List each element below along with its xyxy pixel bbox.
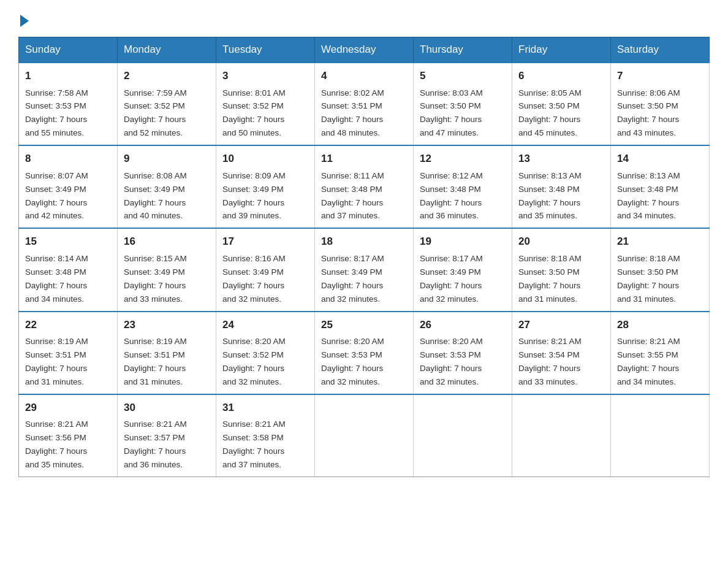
day-info: Sunrise: 8:01 AMSunset: 3:52 PMDaylight:… xyxy=(222,88,286,138)
calendar-cell: 3 Sunrise: 8:01 AMSunset: 3:52 PMDayligh… xyxy=(216,63,315,145)
day-number: 14 xyxy=(617,151,703,167)
day-info: Sunrise: 8:07 AMSunset: 3:49 PMDaylight:… xyxy=(25,171,88,221)
day-number: 26 xyxy=(420,317,506,333)
day-info: Sunrise: 8:03 AMSunset: 3:50 PMDaylight:… xyxy=(420,88,483,138)
calendar-cell: 30 Sunrise: 8:21 AMSunset: 3:57 PMDaylig… xyxy=(118,394,216,477)
day-number: 4 xyxy=(321,68,407,84)
calendar-cell: 18 Sunrise: 8:17 AMSunset: 3:49 PMDaylig… xyxy=(315,228,414,311)
calendar-cell: 8 Sunrise: 8:07 AMSunset: 3:49 PMDayligh… xyxy=(19,145,118,228)
day-info: Sunrise: 8:20 AMSunset: 3:52 PMDaylight:… xyxy=(222,337,286,386)
column-header-wednesday: Wednesday xyxy=(315,37,414,63)
calendar-cell: 13 Sunrise: 8:13 AMSunset: 3:48 PMDaylig… xyxy=(512,145,611,228)
calendar-table: SundayMondayTuesdayWednesdayThursdayFrid… xyxy=(18,37,710,477)
calendar-cell: 25 Sunrise: 8:20 AMSunset: 3:53 PMDaylig… xyxy=(315,312,414,394)
day-number: 25 xyxy=(321,317,407,333)
logo xyxy=(18,12,29,25)
calendar-cell: 4 Sunrise: 8:02 AMSunset: 3:51 PMDayligh… xyxy=(315,63,414,145)
day-number: 9 xyxy=(124,151,210,167)
column-header-saturday: Saturday xyxy=(611,37,710,63)
day-number: 1 xyxy=(25,68,111,84)
calendar-cell: 5 Sunrise: 8:03 AMSunset: 3:50 PMDayligh… xyxy=(414,63,512,145)
day-number: 11 xyxy=(321,151,407,167)
day-number: 6 xyxy=(518,68,604,84)
calendar-cell: 7 Sunrise: 8:06 AMSunset: 3:50 PMDayligh… xyxy=(611,63,710,145)
day-info: Sunrise: 8:11 AMSunset: 3:48 PMDaylight:… xyxy=(321,171,384,221)
day-number: 18 xyxy=(321,234,407,250)
day-info: Sunrise: 8:20 AMSunset: 3:53 PMDaylight:… xyxy=(321,337,384,386)
day-info: Sunrise: 7:59 AMSunset: 3:52 PMDaylight:… xyxy=(124,88,187,138)
day-number: 10 xyxy=(222,151,308,167)
calendar-cell: 12 Sunrise: 8:12 AMSunset: 3:48 PMDaylig… xyxy=(414,145,512,228)
day-info: Sunrise: 8:09 AMSunset: 3:49 PMDaylight:… xyxy=(222,171,286,221)
day-number: 30 xyxy=(124,400,210,416)
day-info: Sunrise: 8:13 AMSunset: 3:48 PMDaylight:… xyxy=(617,171,680,221)
day-info: Sunrise: 8:14 AMSunset: 3:48 PMDaylight:… xyxy=(25,254,88,304)
column-header-monday: Monday xyxy=(118,37,216,63)
day-number: 23 xyxy=(124,317,210,333)
calendar-cell: 31 Sunrise: 8:21 AMSunset: 3:58 PMDaylig… xyxy=(216,394,315,477)
calendar-cell: 15 Sunrise: 8:14 AMSunset: 3:48 PMDaylig… xyxy=(19,228,118,311)
calendar-cell xyxy=(512,394,611,477)
calendar-cell: 21 Sunrise: 8:18 AMSunset: 3:50 PMDaylig… xyxy=(611,228,710,311)
calendar-cell: 1 Sunrise: 7:58 AMSunset: 3:53 PMDayligh… xyxy=(19,63,118,145)
day-number: 13 xyxy=(518,151,604,167)
day-info: Sunrise: 8:02 AMSunset: 3:51 PMDaylight:… xyxy=(321,88,384,138)
day-number: 24 xyxy=(222,317,308,333)
day-info: Sunrise: 8:17 AMSunset: 3:49 PMDaylight:… xyxy=(321,254,384,304)
day-info: Sunrise: 8:17 AMSunset: 3:49 PMDaylight:… xyxy=(420,254,483,304)
day-info: Sunrise: 8:20 AMSunset: 3:53 PMDaylight:… xyxy=(420,337,483,386)
column-header-friday: Friday xyxy=(512,37,611,63)
day-number: 17 xyxy=(222,234,308,250)
calendar-header-row: SundayMondayTuesdayWednesdayThursdayFrid… xyxy=(19,37,710,63)
calendar-cell: 17 Sunrise: 8:16 AMSunset: 3:49 PMDaylig… xyxy=(216,228,315,311)
day-number: 22 xyxy=(25,317,111,333)
day-number: 29 xyxy=(25,400,111,416)
day-info: Sunrise: 8:05 AMSunset: 3:50 PMDaylight:… xyxy=(518,88,582,138)
day-number: 8 xyxy=(25,151,111,167)
day-number: 5 xyxy=(420,68,506,84)
day-info: Sunrise: 8:18 AMSunset: 3:50 PMDaylight:… xyxy=(518,254,582,304)
calendar-week-row: 8 Sunrise: 8:07 AMSunset: 3:49 PMDayligh… xyxy=(19,145,710,228)
calendar-cell xyxy=(315,394,414,477)
day-number: 2 xyxy=(124,68,210,84)
calendar-cell: 2 Sunrise: 7:59 AMSunset: 3:52 PMDayligh… xyxy=(118,63,216,145)
day-number: 20 xyxy=(518,234,604,250)
column-header-tuesday: Tuesday xyxy=(216,37,315,63)
page-header xyxy=(18,12,710,25)
day-info: Sunrise: 8:18 AMSunset: 3:50 PMDaylight:… xyxy=(617,254,680,304)
calendar-cell: 20 Sunrise: 8:18 AMSunset: 3:50 PMDaylig… xyxy=(512,228,611,311)
calendar-cell xyxy=(414,394,512,477)
day-info: Sunrise: 8:06 AMSunset: 3:50 PMDaylight:… xyxy=(617,88,680,138)
day-info: Sunrise: 8:19 AMSunset: 3:51 PMDaylight:… xyxy=(25,337,88,386)
calendar-cell xyxy=(611,394,710,477)
calendar-cell: 26 Sunrise: 8:20 AMSunset: 3:53 PMDaylig… xyxy=(414,312,512,394)
day-info: Sunrise: 8:15 AMSunset: 3:49 PMDaylight:… xyxy=(124,254,187,304)
calendar-cell: 27 Sunrise: 8:21 AMSunset: 3:54 PMDaylig… xyxy=(512,312,611,394)
column-header-sunday: Sunday xyxy=(19,37,118,63)
day-number: 21 xyxy=(617,234,703,250)
day-info: Sunrise: 8:21 AMSunset: 3:56 PMDaylight:… xyxy=(25,419,88,469)
day-info: Sunrise: 8:16 AMSunset: 3:49 PMDaylight:… xyxy=(222,254,286,304)
day-info: Sunrise: 8:21 AMSunset: 3:57 PMDaylight:… xyxy=(124,419,187,469)
day-number: 15 xyxy=(25,234,111,250)
day-info: Sunrise: 8:21 AMSunset: 3:58 PMDaylight:… xyxy=(222,419,286,469)
calendar-cell: 16 Sunrise: 8:15 AMSunset: 3:49 PMDaylig… xyxy=(118,228,216,311)
calendar-cell: 22 Sunrise: 8:19 AMSunset: 3:51 PMDaylig… xyxy=(19,312,118,394)
day-info: Sunrise: 8:13 AMSunset: 3:48 PMDaylight:… xyxy=(518,171,582,221)
day-info: Sunrise: 8:21 AMSunset: 3:54 PMDaylight:… xyxy=(518,337,582,386)
calendar-cell: 19 Sunrise: 8:17 AMSunset: 3:49 PMDaylig… xyxy=(414,228,512,311)
calendar-cell: 14 Sunrise: 8:13 AMSunset: 3:48 PMDaylig… xyxy=(611,145,710,228)
day-number: 31 xyxy=(222,400,308,416)
day-number: 28 xyxy=(617,317,703,333)
calendar-cell: 6 Sunrise: 8:05 AMSunset: 3:50 PMDayligh… xyxy=(512,63,611,145)
day-number: 27 xyxy=(518,317,604,333)
calendar-cell: 23 Sunrise: 8:19 AMSunset: 3:51 PMDaylig… xyxy=(118,312,216,394)
day-info: Sunrise: 8:12 AMSunset: 3:48 PMDaylight:… xyxy=(420,171,483,221)
calendar-cell: 9 Sunrise: 8:08 AMSunset: 3:49 PMDayligh… xyxy=(118,145,216,228)
logo-arrow-icon xyxy=(20,15,29,27)
calendar-cell: 28 Sunrise: 8:21 AMSunset: 3:55 PMDaylig… xyxy=(611,312,710,394)
day-info: Sunrise: 8:08 AMSunset: 3:49 PMDaylight:… xyxy=(124,171,187,221)
day-info: Sunrise: 8:19 AMSunset: 3:51 PMDaylight:… xyxy=(124,337,187,386)
calendar-week-row: 1 Sunrise: 7:58 AMSunset: 3:53 PMDayligh… xyxy=(19,63,710,145)
day-number: 12 xyxy=(420,151,506,167)
